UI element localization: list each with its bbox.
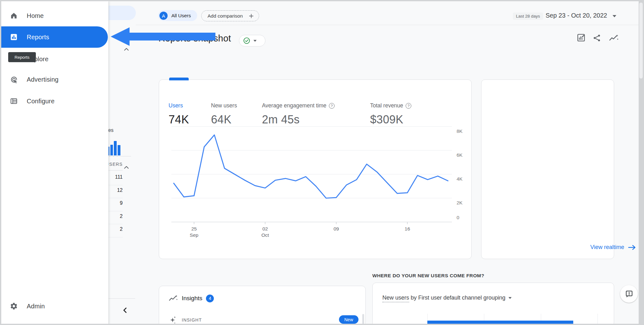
svg-text:4K: 4K: [457, 176, 463, 181]
dimension-name[interactable]: New users: [382, 295, 409, 302]
metric-value-engagement: 2m 45s: [262, 113, 300, 126]
channel-title-rest: by First user default channel grouping: [409, 295, 505, 301]
help-icon[interactable]: ?: [329, 103, 335, 109]
selected-tab-indicator: [169, 78, 189, 80]
ga4-application-window: ses A All Users Add comparison Last 28 d…: [0, 0, 644, 325]
minute-bar: [114, 141, 117, 155]
svg-text:02: 02: [263, 226, 268, 231]
channel-bar: [427, 321, 573, 325]
sidebar-item-reports[interactable]: Reports: [1, 26, 108, 48]
date-range-preset-badge: Last 28 days: [513, 13, 543, 20]
new-users-by-channel-card: [372, 283, 614, 325]
insights-sparkline-icon: [169, 294, 178, 302]
date-range-caret-icon[interactable]: [613, 15, 616, 17]
realtime-card: [481, 79, 614, 259]
new-badge: New: [339, 315, 358, 324]
chart-gridline: [597, 314, 598, 324]
insights-sparkline-icon[interactable]: [609, 34, 619, 42]
metric-value-new-users: 64K: [211, 113, 231, 126]
metric-label: New users: [211, 102, 237, 109]
sidebar-item-label: Configure: [27, 98, 55, 105]
segment-avatar: A: [159, 12, 168, 20]
status-caret-icon: [253, 40, 257, 42]
insights-count-badge: 4: [206, 295, 214, 302]
sparkle-star-icon: [169, 316, 177, 324]
insights-title: Insights: [182, 295, 202, 302]
sidebar-item-label: Reports: [27, 34, 49, 41]
minute-bar: [110, 145, 113, 155]
view-realtime-link[interactable]: View realtime: [590, 244, 636, 251]
feedback-button[interactable]: [620, 285, 638, 303]
all-users-chip-label: All Users: [171, 13, 191, 19]
metric-label: Total revenue: [370, 102, 403, 109]
svg-text:6K: 6K: [457, 152, 463, 158]
metric-value-users: 74K: [169, 113, 189, 126]
collapse-section-chevron-up-icon[interactable]: [123, 164, 130, 171]
date-range-picker[interactable]: Sep 23 - Oct 20, 2022: [546, 12, 607, 19]
country-users-value: 12: [117, 187, 123, 193]
metric-tab-users[interactable]: Users: [169, 102, 183, 109]
view-realtime-label: View realtime: [590, 244, 624, 251]
insight-list-item[interactable]: INSIGHT: [169, 316, 202, 324]
svg-text:8K: 8K: [457, 128, 463, 134]
gear-icon: [9, 302, 18, 311]
users-line-chart: 02K4K6K8K25Sep02Oct0916: [170, 125, 469, 239]
svg-text:2K: 2K: [457, 200, 463, 205]
tutorial-arrow-pointing-to-reports: [108, 25, 217, 49]
country-users-value: 2: [120, 226, 123, 232]
svg-text:Oct: Oct: [261, 232, 269, 238]
add-comparison-label: Add comparison: [208, 13, 243, 19]
check-circle-icon: [243, 37, 250, 44]
svg-text:09: 09: [334, 226, 339, 231]
sidebar-item-label: Advertising: [27, 76, 58, 83]
svg-text:Sep: Sep: [190, 232, 198, 238]
country-users-value: 111: [115, 174, 123, 180]
sidebar-item-advertising[interactable]: Advertising: [1, 72, 108, 87]
country-users-value: 2: [120, 214, 123, 219]
metric-label: Users: [169, 102, 183, 109]
report-status-dropdown[interactable]: [239, 35, 265, 46]
card-scrollbar-thumb[interactable]: [362, 314, 364, 325]
country-users-value: 9: [120, 200, 123, 206]
feedback-icon: [625, 290, 633, 298]
insight-row-label: INSIGHT: [182, 317, 202, 322]
help-icon[interactable]: ?: [406, 103, 411, 109]
arrow-right-icon: [628, 245, 636, 250]
add-comparison-button[interactable]: Add comparison: [201, 10, 259, 21]
customize-report-icon[interactable]: [576, 33, 586, 42]
insights-card-header: Insights 4: [169, 294, 214, 302]
section-heading-new-users: WHERE DO YOUR NEW USERS COME FROM?: [372, 273, 484, 279]
metric-tab-total-revenue[interactable]: Total revenue ?: [370, 102, 411, 109]
share-icon[interactable]: [592, 34, 601, 42]
svg-text:0: 0: [457, 215, 459, 220]
sidebar-item-configure[interactable]: Configure: [1, 94, 108, 109]
minute-bar: [118, 145, 120, 155]
vertical-scrollbar-thumb[interactable]: [639, 3, 643, 79]
navigation-drawer: Home Reports Explore: [1, 1, 108, 324]
metric-label: Average engagement time: [262, 102, 326, 109]
sidebar-item-admin[interactable]: Admin: [1, 299, 108, 314]
metric-tab-avg-engagement-time[interactable]: Average engagement time ?: [262, 102, 335, 109]
title-caret-icon: [508, 297, 512, 299]
sidebar-item-label: Home: [27, 12, 44, 19]
channel-chart-title-dropdown[interactable]: New users by First user default channel …: [382, 295, 512, 301]
collapse-panel-chevron-left-icon[interactable]: [121, 306, 130, 315]
sidebar-item-home[interactable]: Home: [1, 8, 108, 23]
configure-icon: [9, 97, 18, 106]
metric-tab-new-users[interactable]: New users: [211, 102, 237, 109]
svg-text:25: 25: [191, 226, 197, 231]
plus-icon: [248, 13, 254, 19]
svg-text:16: 16: [405, 226, 410, 231]
metric-value-revenue: $309K: [370, 113, 403, 126]
bar-chart-icon: [9, 33, 18, 41]
divider: [108, 298, 135, 299]
reports-tooltip: Reports: [8, 52, 36, 62]
sidebar-item-label: Admin: [27, 303, 45, 310]
home-icon: [9, 11, 18, 20]
advertising-icon: [9, 75, 18, 84]
